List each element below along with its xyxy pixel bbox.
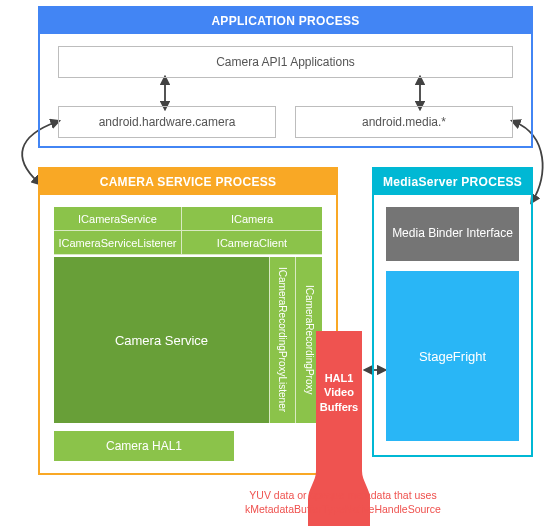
hal1-buffers-label-l1: HAL1 xyxy=(308,371,370,385)
application-process: APPLICATION PROCESS Camera API1 Applicat… xyxy=(38,6,533,148)
diagram-canvas: APPLICATION PROCESS Camera API1 Applicat… xyxy=(0,0,546,532)
hal1-buffers-caption: YUV data or opaque metadata that uses kM… xyxy=(200,488,486,516)
mediaserver-process-body: Media Binder Interface StageFright xyxy=(374,195,531,453)
icamera: ICamera xyxy=(182,207,322,231)
camera-service-main: Camera Service ICameraRecordingProxyList… xyxy=(54,257,322,423)
camera-service-process-body: ICameraService ICamera ICameraServiceLis… xyxy=(40,195,336,471)
mediaserver-process: MediaServer PROCESS Media Binder Interfa… xyxy=(372,167,533,457)
icameraservicelistener: ICameraServiceListener xyxy=(54,231,182,255)
android-hardware-camera: android.hardware.camera xyxy=(58,106,276,138)
application-process-body: Camera API1 Applications android.hardwar… xyxy=(40,34,531,144)
android-media-star: android.media.* xyxy=(295,106,513,138)
camera-service-process-header: CAMERA SERVICE PROCESS xyxy=(40,169,336,195)
stagefright: StageFright xyxy=(386,271,519,441)
hal1-buffers-label: HAL1 Video Buffers xyxy=(308,371,370,414)
camera-service-process: CAMERA SERVICE PROCESS ICameraService IC… xyxy=(38,167,338,475)
icameraclient: ICameraClient xyxy=(182,231,322,255)
application-process-header: APPLICATION PROCESS xyxy=(40,8,531,34)
media-binder-interface: Media Binder Interface xyxy=(386,207,519,261)
hal1-buffers-label-l3: Buffers xyxy=(308,400,370,414)
hal1-buffers-label-l2: Video xyxy=(308,385,370,399)
mediaserver-process-header: MediaServer PROCESS xyxy=(374,169,531,195)
camera-service-interfaces: ICameraService ICamera ICameraServiceLis… xyxy=(54,207,322,255)
camera-service: Camera Service xyxy=(54,257,270,423)
icameraservice: ICameraService xyxy=(54,207,182,231)
icamerarecordingproxylistener: ICameraRecordingProxyListener xyxy=(270,257,296,423)
camera-hal1: Camera HAL1 xyxy=(54,431,234,461)
camera-api1-applications: Camera API1 Applications xyxy=(58,46,513,78)
